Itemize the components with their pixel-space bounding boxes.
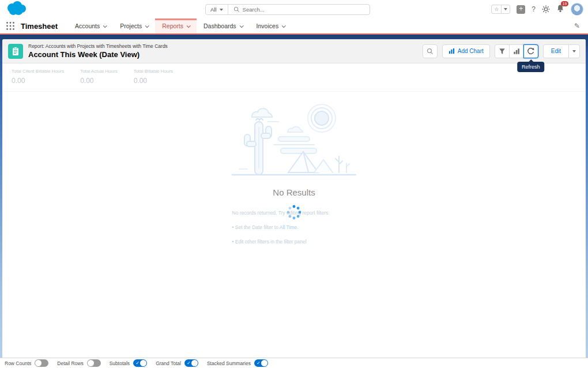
help-icon[interactable]: ? bbox=[532, 5, 536, 13]
hint-other-filters: • Edit other filters in the filter panel bbox=[232, 239, 356, 245]
hint-date-filter: • Set the Date filter to All Time. bbox=[232, 224, 356, 230]
favorites-dropdown[interactable] bbox=[501, 5, 510, 13]
refresh-icon bbox=[527, 47, 534, 55]
grand-total-switch[interactable]: ✓ bbox=[184, 359, 198, 367]
subtotals-switch[interactable]: ✓ bbox=[133, 359, 147, 367]
tab-label: Accounts bbox=[75, 22, 100, 29]
chevron-down-icon bbox=[145, 24, 149, 28]
report-tool-group: Refresh bbox=[495, 44, 538, 58]
report-title: Account This Week (Date View) bbox=[28, 50, 423, 59]
toggle-label: Grand Total bbox=[156, 361, 181, 366]
tab-invoices[interactable]: Invoices bbox=[250, 18, 292, 33]
chevron-down-icon bbox=[187, 24, 191, 28]
toggle-subtotals: Subtotals ✓ bbox=[110, 359, 147, 367]
refresh-tooltip: Refresh bbox=[517, 62, 545, 72]
hint-text: • Set the Date filter to bbox=[232, 224, 280, 230]
chevron-down-icon bbox=[572, 50, 576, 52]
search-icon bbox=[233, 6, 240, 13]
detail-rows-switch[interactable] bbox=[87, 359, 101, 367]
tab-label: Invoices bbox=[257, 22, 279, 29]
setup-gear-icon[interactable] bbox=[542, 5, 550, 13]
toggle-grand-total: Grand Total ✓ bbox=[156, 359, 198, 367]
add-chart-button[interactable]: Add Chart bbox=[442, 44, 490, 58]
total-value: 0.00 bbox=[134, 77, 173, 85]
find-in-report-button[interactable] bbox=[423, 44, 438, 58]
refresh-button[interactable]: Refresh bbox=[523, 44, 538, 58]
report-body: No Results N bbox=[2, 92, 586, 358]
chevron-down-icon bbox=[282, 24, 286, 28]
chevron-down-icon bbox=[504, 8, 507, 10]
check-icon: ✓ bbox=[257, 360, 261, 366]
total-cell: Total Client Billable Hours 0.00 bbox=[12, 69, 64, 85]
all-time-link[interactable]: All Time. bbox=[280, 224, 299, 230]
report-footer-toolbar: Row Counts Detail Rows Subtotals ✓ Grand… bbox=[0, 358, 588, 368]
total-cell: Total Billable Hours 0.00 bbox=[134, 69, 173, 85]
chevron-down-icon bbox=[239, 24, 243, 28]
tab-accounts[interactable]: Accounts bbox=[68, 18, 113, 33]
tab-reports[interactable]: Reports bbox=[155, 18, 197, 33]
check-icon: ✓ bbox=[135, 360, 140, 366]
desert-empty-state-illustration bbox=[228, 99, 360, 179]
user-avatar[interactable] bbox=[571, 3, 583, 16]
total-value: 0.00 bbox=[12, 77, 64, 85]
salesforce-app: All ☆ + ? bbox=[0, 0, 588, 368]
toggle-label: Row Counts bbox=[5, 361, 31, 366]
page-background: Report: Accounts with Projects with Time… bbox=[0, 35, 588, 358]
filter-button[interactable] bbox=[495, 44, 510, 58]
favorites-star-icon[interactable]: ☆ bbox=[492, 5, 501, 13]
report-header: Report: Accounts with Projects with Time… bbox=[2, 39, 586, 63]
empty-state-messages: No records returned. Try editing report … bbox=[232, 210, 356, 253]
chevron-down-icon bbox=[103, 24, 107, 28]
tab-projects[interactable]: Projects bbox=[113, 18, 155, 33]
toggle-row-counts: Row Counts bbox=[5, 359, 48, 367]
salesforce-cloud-logo[interactable] bbox=[5, 1, 29, 18]
app-name[interactable]: Timesheet bbox=[21, 22, 58, 31]
total-label: Total Client Billable Hours bbox=[12, 69, 64, 74]
report-card: Report: Accounts with Projects with Time… bbox=[2, 39, 586, 358]
report-totals: Total Client Billable Hours 0.00 Total A… bbox=[2, 63, 586, 92]
tab-label: Projects bbox=[120, 22, 142, 29]
row-counts-switch[interactable] bbox=[35, 359, 48, 367]
toggle-detail-rows: Detail Rows bbox=[57, 359, 100, 367]
global-search: All bbox=[205, 4, 370, 15]
report-titles: Report: Accounts with Projects with Time… bbox=[28, 43, 423, 59]
chart-toggle-button[interactable] bbox=[509, 44, 524, 58]
stacked-summaries-switch[interactable]: ✓ bbox=[254, 359, 268, 367]
chart-icon bbox=[448, 48, 455, 54]
tab-label: Dashboards bbox=[203, 22, 236, 29]
no-results-heading: No Results bbox=[273, 187, 315, 197]
search-icon bbox=[427, 48, 434, 55]
header-icon-row: ☆ + ? 19 bbox=[491, 0, 583, 18]
notification-count-badge: 19 bbox=[561, 1, 568, 6]
total-cell: Total Actual Hours 0.00 bbox=[80, 69, 117, 85]
total-label: Total Billable Hours bbox=[134, 69, 173, 74]
tab-label: Reports bbox=[162, 22, 183, 29]
total-label: Total Actual Hours bbox=[80, 69, 117, 74]
search-input[interactable] bbox=[243, 6, 370, 13]
app-launcher-icon[interactable] bbox=[6, 21, 15, 31]
global-header: All ☆ + ? bbox=[0, 0, 588, 18]
add-chart-label: Add Chart bbox=[458, 48, 484, 54]
check-icon: ✓ bbox=[187, 360, 191, 366]
edit-button[interactable]: Edit bbox=[543, 44, 569, 58]
report-type-icon bbox=[8, 44, 23, 59]
toggle-label: Stacked Summaries bbox=[207, 361, 251, 366]
toggle-label: Subtotals bbox=[110, 361, 130, 366]
report-type-label: Report: Accounts with Projects with Time… bbox=[28, 43, 423, 49]
quick-create-button[interactable]: + bbox=[517, 5, 525, 14]
search-scope-label: All bbox=[210, 6, 217, 13]
toggle-label: Detail Rows bbox=[57, 361, 83, 366]
more-actions-button[interactable] bbox=[568, 44, 580, 58]
tab-dashboards[interactable]: Dashboards bbox=[197, 18, 250, 33]
notifications-bell[interactable]: 19 bbox=[556, 4, 564, 15]
chevron-down-icon bbox=[220, 9, 223, 11]
loading-spinner bbox=[287, 205, 301, 220]
search-scope-dropdown[interactable]: All bbox=[206, 5, 228, 14]
total-value: 0.00 bbox=[80, 77, 117, 85]
chart-toggle-icon bbox=[513, 48, 520, 55]
app-nav-bar: Timesheet Accounts Projects Reports Dash… bbox=[0, 18, 588, 35]
edit-nav-pencil-icon[interactable]: ✎ bbox=[574, 22, 580, 30]
edit-group: Edit bbox=[543, 44, 580, 58]
funnel-icon bbox=[499, 48, 506, 55]
toggle-stacked-summaries: Stacked Summaries ✓ bbox=[207, 359, 268, 367]
